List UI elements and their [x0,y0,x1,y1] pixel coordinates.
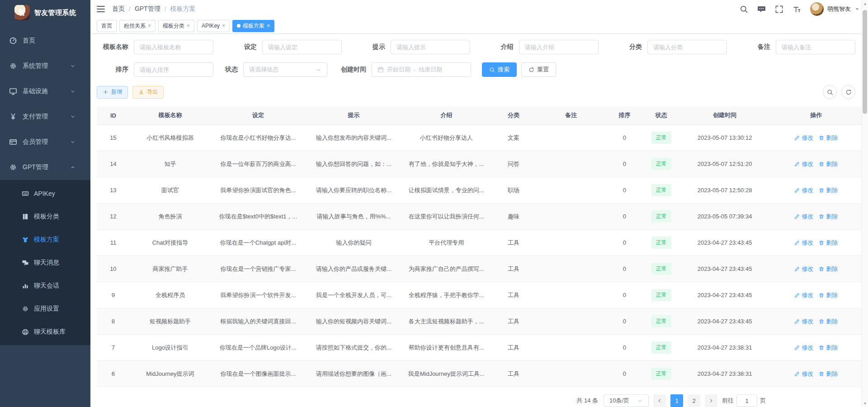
close-icon[interactable]: × [222,23,225,28]
scroll-down-icon[interactable]: ▼ [862,400,868,407]
tab-粉丝关系[interactable]: 粉丝关系× [119,20,156,32]
delete-link[interactable]: 删除 [819,317,838,326]
tab-首页[interactable]: 首页 [97,20,117,32]
cell: MidJourney提示词 [130,361,211,387]
delete-link[interactable]: 删除 [819,291,838,299]
search-icon[interactable] [740,5,748,14]
sidebar-subitem-模板分类[interactable]: 模板分类 [0,205,90,228]
table-row[interactable]: 6MidJourney提示词你现在是一个图像画面提示...请用描述你想要的图像（… [97,361,862,387]
edit-link[interactable]: 修改 [794,370,813,378]
export-button[interactable]: 导出 [132,86,164,99]
table-row[interactable]: 10商家推广助手你现在是一个营销推广专家...请输入你的产品或服务关键...为商… [97,256,862,282]
column-header-模板名称: 模板名称 [130,106,211,124]
sidebar-item-label: 会员管理 [23,138,48,146]
fullscreen-icon[interactable] [775,5,783,14]
status-select[interactable]: 请选择状态 [243,62,327,77]
trash-icon [819,240,824,246]
table-row[interactable]: 15小红书风格模拟器你现在是小红书好物分享达...输入你想发布的内容关键词...… [97,125,862,151]
tab-模板方案[interactable]: 模板方案× [232,20,274,32]
sidebar-toggle-icon[interactable] [97,6,105,12]
table-row[interactable]: 14知乎你是一位年薪百万的商业高...输入你想回答的问题，如：...有了他，你就… [97,151,862,177]
next-page-button[interactable] [705,394,717,407]
scrollbar-thumb[interactable] [863,10,867,114]
page-size-select[interactable]: 10条/页 [604,394,649,407]
sidebar-subitem-应用设置[interactable]: 应用设置 [0,297,90,320]
close-icon[interactable]: × [187,23,190,28]
sidebar-subitem-聊天会话[interactable]: 聊天会话 [0,274,90,297]
edit-link[interactable]: 修改 [794,291,813,299]
delete-label: 删除 [826,370,838,378]
toggle-search-button[interactable] [823,85,837,99]
window-scrollbar[interactable]: ▲ ▼ [861,0,868,407]
delete-label: 删除 [826,291,838,299]
breadcrumb-separator: / [129,5,131,13]
add-button[interactable]: 新增 [97,86,128,99]
table-row[interactable]: 12角色扮演你现在是$text0中的$text1，...请输入故事与角色，用%%… [97,204,862,230]
sidebar-item-GPT管理[interactable]: GPT管理 [0,155,90,180]
sidebar-item-支付管理[interactable]: 支付管理 [0,104,90,129]
breadcrumb-item[interactable]: 首页 [112,5,125,13]
edit-link[interactable]: 修改 [794,317,813,326]
search-button[interactable]: 搜索 [482,62,517,77]
font-size-icon[interactable] [793,5,801,14]
提示-input[interactable] [396,44,464,51]
tab-模板分类[interactable]: 模板分类× [158,20,194,32]
user-menu[interactable]: 萌熊智友 [810,2,860,16]
sidebar-item-系统管理[interactable]: 系统管理 [0,53,90,79]
topbar: 首页/GPT管理/模板方案 萌熊智友 [90,0,868,18]
备注-input[interactable] [782,44,849,51]
table-row[interactable]: 11Chat对接指导你现在是一个Chatgpt api对...输入你的疑问平台代… [97,230,862,256]
delete-link[interactable]: 删除 [819,239,838,247]
sidebar-subitem-模板方案[interactable]: 模板方案 [0,228,90,251]
sidebar-item-首页[interactable]: 首页 [0,28,90,53]
分类-input[interactable] [653,44,721,51]
sidebar-item-基础设施[interactable]: 基础设施 [0,79,90,104]
edit-link[interactable]: 修改 [794,265,813,273]
介绍-input[interactable] [525,44,593,51]
breadcrumb-item[interactable]: GPT管理 [135,5,160,13]
close-icon[interactable]: × [267,23,270,28]
sidebar-subitem-聊天模板库[interactable]: 聊天模板库 [0,320,90,343]
delete-link[interactable]: 删除 [819,186,838,194]
date-range-picker[interactable]: 开始日期 - 结束日期 [372,62,471,77]
goto-page-input[interactable] [740,398,754,404]
trash-icon [819,214,824,219]
sidebar-item-会员管理[interactable]: 会员管理 [0,129,90,155]
sidebar-subitem-聊天消息[interactable]: 聊天消息 [0,251,90,274]
table-row[interactable]: 9全栈程序员我希望你扮演一个软件开发...我是一个全栈开发人员，可...全栈程序… [97,282,862,308]
delete-link[interactable]: 删除 [819,134,838,142]
cell: 15 [97,125,130,151]
delete-link[interactable]: 删除 [819,265,838,273]
column-header-排序: 排序 [605,106,644,124]
delete-link[interactable]: 删除 [819,213,838,221]
refresh-table-button[interactable] [841,85,855,99]
edit-link[interactable]: 修改 [794,186,813,194]
close-icon[interactable]: × [148,23,151,28]
scroll-up-icon[interactable]: ▲ [862,0,868,7]
message-icon[interactable] [757,5,766,14]
app-logo[interactable]: 智 智友管理系统 [0,0,90,25]
reset-button[interactable]: 重置 [521,62,556,77]
sort-input[interactable] [140,66,208,73]
设定-input[interactable] [268,44,336,51]
page-button-2[interactable]: 2 [688,394,700,407]
delete-link[interactable]: 删除 [819,344,838,352]
edit-link[interactable]: 修改 [794,344,813,352]
table-row[interactable]: 7Logo设计指引你现在是一个品牌Logo设计...请按照如下格式提交，你的..… [97,335,862,361]
table-row[interactable]: 8短视频标题助手根据我输入的关键词直接回...输入你的短视频内容关键词...各大… [97,308,862,335]
edit-link[interactable]: 修改 [794,160,813,168]
delete-link[interactable]: 删除 [819,160,838,168]
table-row[interactable]: 13面试官我希望你扮演面试官的角色...请输入你要应聘的职位名称...让模拟面试… [97,177,862,204]
status-badge: 正常 [651,237,671,249]
edit-link[interactable]: 修改 [794,239,813,247]
page-button-1[interactable]: 1 [670,394,683,407]
tab-APIKey[interactable]: APIKey× [197,20,230,32]
prev-page-button[interactable] [653,394,666,407]
edit-link[interactable]: 修改 [794,134,813,142]
edit-link[interactable]: 修改 [794,213,813,221]
模板名称-input[interactable] [140,44,208,51]
delete-link[interactable]: 删除 [819,370,838,378]
status-badge: 正常 [651,158,671,170]
sidebar-subitem-APIKey[interactable]: APIKey [0,182,90,205]
sidebar-subitem-label: APIKey [34,190,55,197]
